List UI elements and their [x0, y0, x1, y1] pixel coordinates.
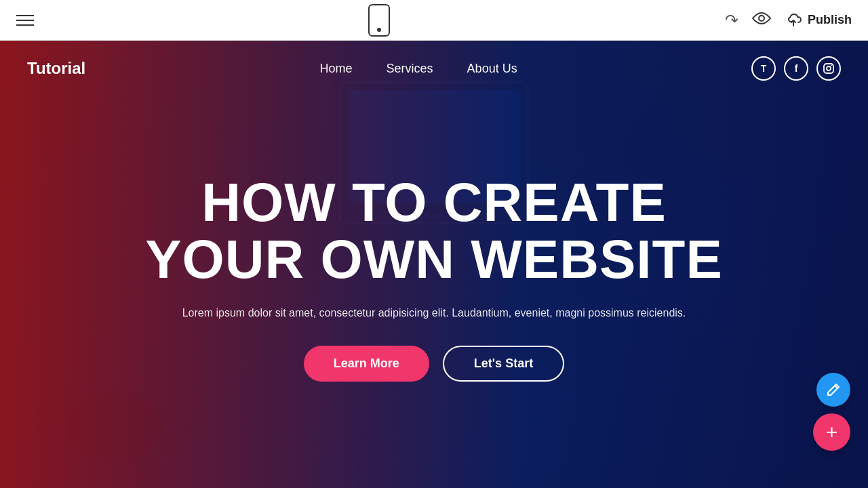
social-icons: T f	[751, 56, 841, 81]
mobile-preview-icon[interactable]	[368, 4, 390, 37]
toolbar-left	[16, 15, 34, 26]
toolbar-right: ↶ Publish	[725, 11, 852, 30]
svg-point-2	[827, 66, 831, 70]
hero-title-line1: HOW TO CREATE	[201, 172, 667, 232]
website-preview: Tutorial Home Services About Us T f	[0, 41, 868, 488]
undo-icon[interactable]: ↶	[725, 11, 738, 30]
learn-more-button[interactable]: Learn More	[304, 346, 429, 382]
svg-point-0	[759, 16, 764, 21]
instagram-icon[interactable]	[816, 56, 841, 81]
hero-content: HOW TO CREATE YOUR OWN WEBSITE Lorem ips…	[132, 174, 736, 382]
facebook-icon[interactable]: f	[784, 56, 808, 81]
toolbar: ↶ Publish	[0, 0, 868, 41]
nav-services[interactable]: Services	[387, 62, 433, 76]
fab-pencil-button[interactable]	[816, 373, 850, 407]
hero-section: Tutorial Home Services About Us T f	[0, 41, 868, 488]
hamburger-menu-icon[interactable]	[16, 15, 34, 26]
hero-subtitle: Lorem ipsum dolor sit amet, consectetur …	[145, 304, 723, 322]
toolbar-center	[368, 4, 390, 37]
hero-title: HOW TO CREATE YOUR OWN WEBSITE	[145, 174, 723, 288]
twitter-icon[interactable]: T	[751, 56, 776, 81]
lets-start-button[interactable]: Let's Start	[443, 346, 564, 382]
publish-button[interactable]: Publish	[785, 13, 852, 28]
nav-links: Home Services About Us	[320, 62, 517, 76]
svg-point-3	[831, 65, 833, 66]
hero-title-line2: YOUR OWN WEBSITE	[145, 229, 723, 289]
hero-buttons: Learn More Let's Start	[145, 346, 723, 382]
nav-home[interactable]: Home	[320, 62, 353, 76]
publish-label: Publish	[808, 13, 852, 27]
nav-about[interactable]: About Us	[467, 62, 517, 76]
preview-eye-icon[interactable]	[752, 12, 771, 29]
cloud-upload-icon	[785, 13, 802, 28]
fab-add-button[interactable]: +	[813, 413, 850, 451]
site-navigation: Tutorial Home Services About Us T f	[0, 41, 868, 96]
site-logo: Tutorial	[27, 59, 85, 78]
